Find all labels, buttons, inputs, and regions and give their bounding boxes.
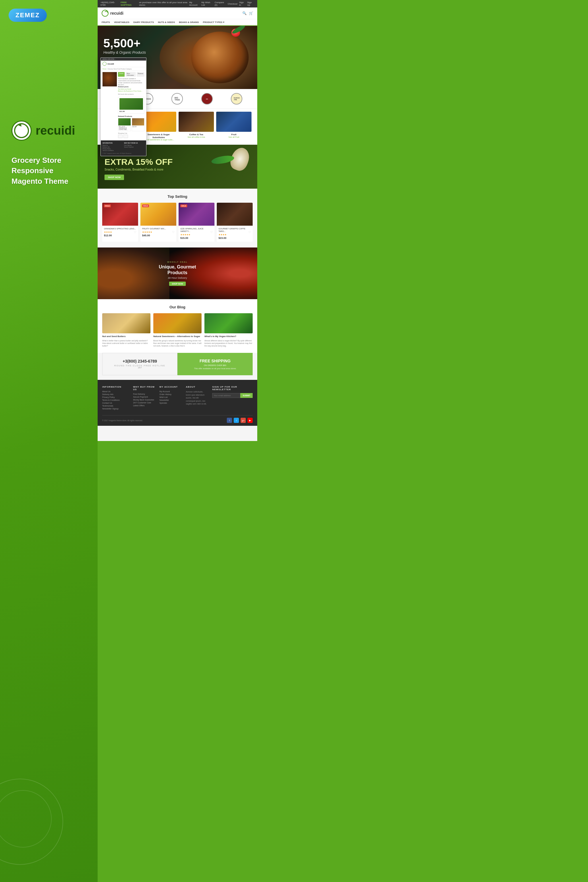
nav-vegetables[interactable]: VEGETABLES (114, 21, 129, 24)
topbar-compare[interactable]: Compare (0) (214, 1, 226, 6)
social-youtube-icon[interactable]: ▶ (248, 418, 253, 423)
inner-footer-why-2[interactable]: Secure Payment (124, 146, 144, 148)
footer-link-offers[interactable]: Latest Offers (133, 405, 155, 406)
inner-tab-details[interactable]: Details (118, 72, 124, 76)
footer-link-terms[interactable]: Terms & Conditions (102, 399, 129, 401)
header: recuidi 🔍 🛒 (98, 8, 257, 19)
category-fruit-link[interactable]: See all Fruit (216, 136, 252, 138)
footer-link-free-delivery[interactable]: Free Delivery (133, 393, 155, 395)
product-card-2[interactable]: SALE FRUITY GOURMET MIX... ★★★★★ $45.00 … (140, 203, 176, 242)
promo-cta-button[interactable]: SHOP NOW (105, 175, 124, 180)
deal-tag: WEEKLY DEAL (149, 261, 206, 263)
brand-logo4: ••• (201, 93, 213, 105)
inner-breadcrumb: Home > Grocery Store Fruit Product Categ… (101, 67, 146, 71)
blog-card-1[interactable]: Nut and Seed Butters What is better than… (102, 313, 150, 347)
footer-link-money-back[interactable]: Money Back Guarantee (133, 399, 155, 401)
footer-link-testimonials[interactable]: Testimonials (102, 405, 129, 407)
inner-footer-link-3[interactable]: Privacy Policy (102, 148, 123, 150)
inner-tab-reviews[interactable]: Reviews (136, 72, 144, 76)
header-logo[interactable]: recuidi (102, 10, 123, 16)
breadcrumb-home-link[interactable]: Home (102, 68, 106, 70)
social-facebook-icon[interactable]: f (227, 418, 232, 423)
product-price-3: $15.00 (180, 237, 213, 240)
product-card-4[interactable]: GOURMET GIRAFFE COFFE TARG... ★★★★ $23.0… (217, 203, 253, 242)
inner-tab-info[interactable]: More Information (126, 72, 136, 76)
inner-footer-link-4[interactable]: Terms & Conditions (102, 150, 123, 151)
topbar-signin[interactable]: Sign In (239, 1, 246, 6)
inner-cart-label: Shopping Cart (118, 132, 144, 134)
inner-footer-link-2[interactable]: Delivery Info (102, 146, 123, 148)
footer-link-specials[interactable]: Specials (159, 402, 182, 404)
wishlist-icon-2[interactable]: ♡ (172, 231, 175, 234)
inner-footer-why-1[interactable]: Free Delivery (124, 145, 144, 146)
cart-icon[interactable]: 🛒 (249, 11, 253, 15)
footer-link-customer-care[interactable]: 24/7 Customer Care (133, 402, 155, 404)
inner-related-img-2 (132, 118, 144, 126)
footer: INFORMATION About Us Delivery Info Priva… (98, 380, 257, 426)
footer-bottom: © 2017 magento theme store. All rights r… (102, 415, 253, 423)
nav-fruits[interactable]: FRUITS (102, 21, 110, 24)
hero-subtitle: Healthy & Organic Products (104, 51, 146, 54)
footer-link-newsletter[interactable]: Newsletter (159, 399, 182, 401)
footer-link-newsletter-signup[interactable]: Newsletter Signup (102, 408, 129, 410)
contact-label: ROUND-THE-CLOCK FREE HOTLINE (108, 364, 171, 367)
social-twitter-icon[interactable]: t (234, 418, 239, 423)
nav-dairy[interactable]: DAIRY PRODUCTS (134, 21, 154, 24)
inner-related-item-1[interactable]: DR. JOY'S ASPARAGUS COFFE KIND... (118, 118, 131, 131)
nav-nuts[interactable]: NUTS & SEEDS (158, 21, 175, 24)
product-stars-1: ★★★★ (104, 231, 136, 233)
social-googleplus-icon[interactable]: g+ (241, 418, 246, 423)
inner-related-img-1 (118, 118, 130, 126)
inner-main-content: Details More Information Reviews A lot o… (118, 72, 144, 138)
footer-link-orders[interactable]: Order History (159, 393, 182, 395)
category-fruit[interactable]: Fruit See all Fruit (216, 112, 252, 141)
footer-link-about[interactable]: About Us (102, 390, 129, 393)
product-card-3[interactable]: SALE IZZE SPARKLING, JUICE VARIETY... ★★… (178, 203, 214, 242)
nav-beans[interactable]: BEANS & GRAINS (179, 21, 199, 24)
blog-card-3[interactable]: What's in My Vegan Kitchen? Almost diffe… (204, 313, 253, 347)
blog-excerpt-2: Boost the group's natural sweetness by t… (153, 339, 201, 347)
footer-link-secure[interactable]: Secure Payment (133, 396, 155, 398)
inner-cart-btn-prev[interactable] (118, 135, 123, 138)
contact-box: +3(800) 2345-6789 ROUND-THE-CLOCK FREE H… (102, 353, 177, 375)
footer-link-account[interactable]: My Account (159, 390, 182, 393)
contact-phone: +3(800) 2345-6789 (108, 359, 171, 363)
wishlist-icon-1[interactable]: ♡ (134, 231, 136, 234)
search-icon[interactable]: 🔍 (242, 11, 247, 15)
products-grid: SALE GRANDMA'S SPROUTING LENS... ★★★★ $1… (102, 203, 253, 242)
footer-link-delivery[interactable]: Delivery Info (102, 393, 129, 395)
topbar-my-account[interactable]: My Account (189, 1, 200, 6)
topbar-wishlist[interactable]: My Wish List (201, 1, 213, 6)
footer-link-privacy[interactable]: Privacy Policy (102, 396, 129, 398)
footer-link-wishlist[interactable]: Wish List (159, 396, 182, 398)
topbar-checkout[interactable]: Checkout (228, 3, 237, 5)
product-name-3: IZZE SPARKLING, JUICE VARIETY... (180, 227, 213, 232)
product-stars-4: ★★★★ (219, 233, 251, 236)
nav-product-types[interactable]: PRODUCT TYPES ▾ (203, 21, 224, 24)
hero-pan-illustration (191, 32, 249, 83)
inner-footer-link-1[interactable]: About Us (102, 145, 123, 146)
inner-cart-btn-next[interactable] (123, 135, 128, 138)
footer-link-contact[interactable]: Contact Us (102, 402, 129, 404)
newsletter-submit-button[interactable]: SUBMIT (240, 393, 253, 398)
zemez-label: ZEMEZ (15, 12, 40, 19)
inner-product-img (119, 98, 143, 110)
product-card-1[interactable]: SALE GRANDMA'S SPROUTING LENS... ★★★★ $1… (102, 203, 138, 242)
category-coffee[interactable]: Coffee & Tea See all coffee & tea (178, 112, 214, 141)
product-info-2: FRUITY GOURMET MIX... ★★★★★ $45.00 (140, 226, 176, 239)
wishlist-icon-4[interactable]: ♡ (248, 231, 251, 234)
inner-related-item-2[interactable]: $12.00 (132, 118, 145, 131)
brand-logo3: BIGTREE (171, 93, 183, 105)
category-coffee-link[interactable]: See all coffee & tea (178, 136, 214, 138)
shipping-title: FREE SHIPPING (183, 358, 247, 363)
deal-text: WEEKLY DEAL Unique, Gourmet Products 48 … (149, 261, 206, 286)
main-nav: FRUITS VEGETABLES DAIRY PRODUCTS NUTS & … (98, 19, 257, 26)
deal-cta-button[interactable]: SHOP NOW (169, 282, 186, 286)
tagline-line2: Responsive (12, 165, 68, 176)
tagline-line3: Magento Theme (12, 176, 68, 186)
wishlist-icon-3[interactable]: ♡ (210, 231, 213, 234)
blog-card-2[interactable]: Natural Sweeteners – Alternatives to Sug… (153, 313, 201, 347)
topbar-signup[interactable]: Sign Up (247, 1, 254, 6)
newsletter-email-input[interactable] (212, 393, 240, 398)
inner-footer-copyright: © 2017 magento theme store. All Rights R… (102, 153, 144, 154)
